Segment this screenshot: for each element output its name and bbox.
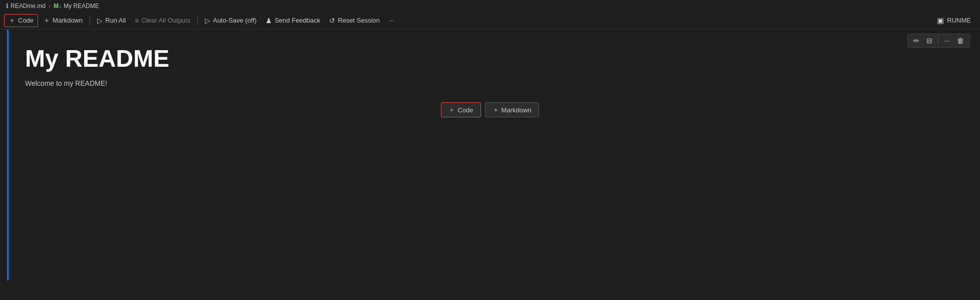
cell-actions: ✏ ⊟ ··· 🗑 bbox=[907, 34, 970, 48]
divider-2 bbox=[197, 16, 198, 26]
send-feedback-button[interactable]: ♟ Send Feedback bbox=[262, 15, 324, 26]
inline-plus-markdown-icon: ＋ bbox=[493, 105, 499, 114]
breadcrumb: ℹ READme.md › M↓ My README bbox=[0, 0, 980, 12]
cell-more-icon: ··· bbox=[944, 37, 950, 45]
auto-save-button[interactable]: ▷ Auto-Save (off) bbox=[201, 15, 261, 26]
delete-button[interactable]: 🗑 bbox=[954, 36, 966, 46]
inline-add-code-button[interactable]: ＋ Code bbox=[441, 102, 480, 117]
add-code-button[interactable]: ＋ Code bbox=[4, 14, 38, 27]
runme-badge: ▣ RUNME bbox=[932, 15, 976, 27]
more-options-button[interactable]: ··· bbox=[385, 15, 398, 26]
edit-button[interactable]: ✏ bbox=[911, 36, 922, 46]
split-icon: ⊟ bbox=[926, 37, 932, 45]
markdown-icon: M↓ bbox=[54, 3, 62, 10]
autosave-icon: ▷ bbox=[205, 17, 210, 25]
readme-subtitle: Welcome to my README! bbox=[15, 79, 965, 87]
plus-markdown-icon: ＋ bbox=[43, 16, 50, 25]
feedback-icon: ♟ bbox=[266, 17, 272, 25]
content-area: ✏ ⊟ ··· 🗑 My README Welcome to my README… bbox=[0, 30, 980, 280]
clear-icon: ≡ bbox=[135, 17, 139, 25]
breadcrumb-page-title[interactable]: My README bbox=[64, 3, 99, 10]
cell-more-button[interactable]: ··· bbox=[941, 36, 952, 46]
info-icon: ℹ bbox=[6, 2, 9, 10]
toolbar: ＋ Code ＋ Markdown ▷ Run All ≡ Clear All … bbox=[0, 12, 980, 30]
left-accent-bar bbox=[7, 30, 9, 280]
plus-icon: ＋ bbox=[9, 16, 16, 25]
breadcrumb-file[interactable]: READme.md bbox=[11, 3, 46, 10]
inline-add-buttons: ＋ Code ＋ Markdown bbox=[15, 102, 965, 117]
inline-add-markdown-button[interactable]: ＋ Markdown bbox=[485, 102, 539, 117]
edit-icon: ✏ bbox=[913, 37, 919, 45]
reset-icon: ↺ bbox=[329, 17, 335, 25]
add-markdown-button[interactable]: ＋ Markdown bbox=[39, 15, 87, 27]
delete-icon: 🗑 bbox=[957, 37, 964, 45]
split-button[interactable]: ⊟ bbox=[924, 36, 935, 46]
readme-title: My README bbox=[15, 45, 965, 72]
breadcrumb-separator: › bbox=[49, 3, 51, 10]
divider-1 bbox=[90, 16, 90, 26]
runme-icon: ▣ bbox=[937, 16, 944, 25]
reset-session-button[interactable]: ↺ Reset Session bbox=[325, 15, 384, 26]
clear-all-outputs-button[interactable]: ≡ Clear All Outputs bbox=[131, 15, 194, 26]
cell-action-separator bbox=[938, 37, 938, 44]
run-all-button[interactable]: ▷ Run All bbox=[93, 15, 130, 26]
inline-plus-code-icon: ＋ bbox=[448, 105, 455, 114]
run-all-icon: ▷ bbox=[97, 17, 103, 25]
